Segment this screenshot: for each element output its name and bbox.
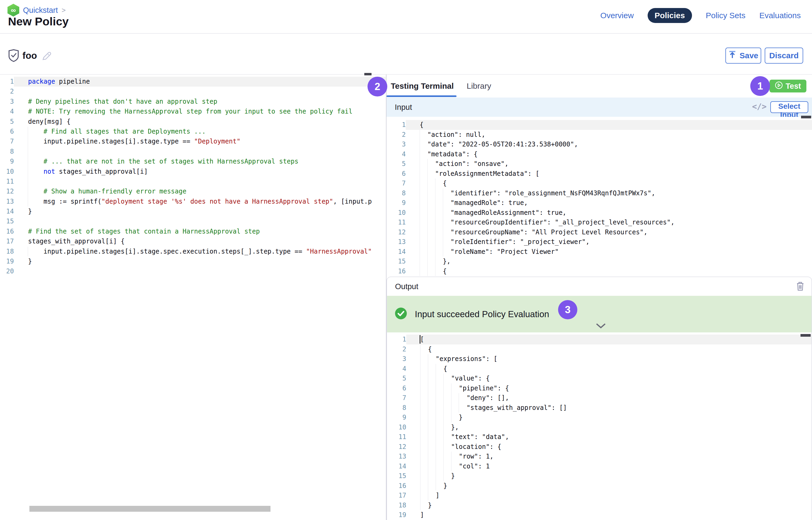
- code-line[interactable]: 15 },: [386, 257, 812, 266]
- code-line[interactable]: 16 {: [386, 266, 812, 276]
- code-line[interactable]: 10 "managedRoleAssignment": true,: [386, 208, 812, 218]
- code-line[interactable]: 18 input.pipeline.stages[i].stage.spec.e…: [0, 246, 386, 257]
- discard-button-label: Discard: [769, 51, 798, 60]
- nav-policies[interactable]: Policies: [648, 8, 692, 23]
- code-line[interactable]: 6 "roleAssignmentMetadata": [: [386, 169, 812, 179]
- code-line[interactable]: 15: [0, 216, 386, 226]
- code-line[interactable]: 5 "value": {: [387, 373, 811, 384]
- indent-guide: [443, 442, 444, 452]
- tutorial-step-2-badge: 2: [367, 77, 387, 97]
- line-number: 5: [0, 117, 14, 127]
- code-line[interactable]: 7 {: [386, 179, 812, 188]
- code-line[interactable]: 8 "identifier": "role_assignment_NsFQM43…: [386, 188, 812, 198]
- code-line[interactable]: 16 }: [387, 481, 811, 491]
- indent-guide: [427, 179, 428, 188]
- input-json-editor[interactable]: 1{2 "action": null,3 "date": "2022-05-05…: [386, 117, 812, 277]
- code-line[interactable]: 17 ]: [387, 491, 811, 500]
- code-line[interactable]: 1{: [386, 120, 812, 130]
- code-line[interactable]: 13 msg := sprintf("deployment stage '%s'…: [0, 197, 386, 207]
- code-line[interactable]: 5deny[msg] {: [0, 117, 386, 127]
- nav-policy-sets[interactable]: Policy Sets: [706, 11, 745, 20]
- code-line[interactable]: 17stages_with_approval[i] {: [0, 236, 386, 246]
- code-line[interactable]: 3 "expressions": [: [387, 354, 811, 364]
- page-title: New Policy: [8, 15, 69, 28]
- line-number: 13: [0, 197, 14, 207]
- code-line[interactable]: 4 "metadata": {: [386, 149, 812, 159]
- output-json-editor[interactable]: 1[2 {3 "expressions": [4 {5 "value": {6 …: [387, 332, 811, 519]
- nav-evaluations[interactable]: Evaluations: [759, 11, 801, 20]
- code-line[interactable]: 11: [0, 177, 386, 186]
- code-line[interactable]: 11 "resourceGroupIdentifier": "_all_proj…: [386, 217, 812, 227]
- code-line[interactable]: 14 "col": 1: [387, 462, 811, 471]
- code-line[interactable]: 16# Find the set of stages that contain …: [0, 227, 386, 236]
- code-line[interactable]: 2 {: [387, 344, 811, 354]
- code-line[interactable]: 14}: [0, 207, 386, 216]
- code-brackets-icon[interactable]: </>: [752, 102, 766, 111]
- code-line[interactable]: 6 "pipeline": {: [387, 384, 811, 393]
- tab-testing-terminal[interactable]: Testing Terminal: [391, 81, 454, 90]
- breadcrumb: ∞ Quickstart >: [7, 4, 66, 17]
- indent-guide: [436, 403, 436, 413]
- indent-guide: [427, 266, 428, 276]
- nav-overview[interactable]: Overview: [600, 11, 634, 20]
- indent-guide: [451, 384, 452, 393]
- tab-library[interactable]: Library: [467, 81, 491, 90]
- code-line[interactable]: 5 "action": "onsave",: [386, 159, 812, 169]
- code-line[interactable]: 1package pipeline: [0, 77, 386, 86]
- code-line[interactable]: 2 "action": null,: [386, 130, 812, 140]
- indent-guide: [28, 167, 28, 177]
- line-number: 10: [387, 422, 406, 432]
- chevron-down-icon[interactable]: [595, 323, 606, 330]
- indent-guide: [443, 422, 444, 432]
- code-line[interactable]: 7 input.pipeline.stages[i].stage.type ==…: [0, 136, 386, 147]
- code-line[interactable]: 9 "managedRole": true,: [386, 198, 812, 208]
- indent-guide: [443, 471, 444, 481]
- code-line[interactable]: 12 "resourceGroupName": "All Project Lev…: [386, 227, 812, 237]
- code-line[interactable]: 14 "roleName": "Project Viewer": [386, 247, 812, 257]
- editor-horizontal-scrollbar[interactable]: [29, 506, 271, 512]
- code-line[interactable]: 10 },: [387, 422, 811, 432]
- code-line[interactable]: 19]: [387, 510, 811, 519]
- test-button[interactable]: Test: [769, 80, 806, 93]
- indent-guide: [436, 462, 436, 471]
- input-scrollbar-marker[interactable]: [801, 116, 811, 119]
- code-line[interactable]: 9 }: [387, 413, 811, 422]
- code-line[interactable]: 2: [0, 86, 386, 97]
- code-line[interactable]: 3 "date": "2022-05-05T20:41:23.538+0000"…: [386, 139, 812, 149]
- save-button[interactable]: Save: [726, 48, 761, 63]
- line-number: 12: [386, 227, 406, 237]
- select-input-button[interactable]: Select Input: [770, 101, 808, 113]
- code-line[interactable]: 6 # Find all stages that are Deployments…: [0, 127, 386, 136]
- code-line[interactable]: 8: [0, 147, 386, 157]
- code-line[interactable]: 12 "location": {: [387, 442, 811, 452]
- indent-guide: [420, 344, 421, 354]
- policy-code-editor[interactable]: 1package pipeline23# Deny pipelines that…: [0, 75, 386, 520]
- code-line[interactable]: 19}: [0, 257, 386, 266]
- code-line[interactable]: 3# Deny pipelines that don't have an app…: [0, 97, 386, 107]
- code-line[interactable]: 18 }: [387, 500, 811, 511]
- code-line[interactable]: 4 {: [387, 364, 811, 374]
- breadcrumb-link-quickstart[interactable]: Quickstart: [23, 6, 58, 15]
- code-line[interactable]: 20: [0, 266, 386, 276]
- code-line[interactable]: 10 not stages_with_approval[i]: [0, 167, 386, 177]
- indent-guide: [436, 413, 436, 422]
- indent-guide: [435, 208, 435, 218]
- code-line[interactable]: 9 # ... that are not in the set of stage…: [0, 157, 386, 166]
- code-line[interactable]: 7 "deny": [],: [387, 393, 811, 403]
- code-line[interactable]: 1[: [387, 335, 811, 344]
- indent-guide: [28, 177, 28, 186]
- indent-guide: [428, 393, 428, 403]
- discard-button[interactable]: Discard: [765, 48, 803, 63]
- code-line[interactable]: 15 }: [387, 471, 811, 481]
- output-scrollbar-marker[interactable]: [801, 334, 811, 337]
- code-line[interactable]: 4# NOTE: Try removing the HarnessApprova…: [0, 107, 386, 116]
- trash-icon[interactable]: [796, 281, 805, 293]
- indent-guide: [428, 481, 428, 491]
- code-line[interactable]: 13 "row": 1,: [387, 451, 811, 462]
- edit-pencil-icon[interactable]: [41, 50, 52, 63]
- testing-tabs: Testing Terminal Library 2 1 Test: [386, 75, 812, 98]
- code-line[interactable]: 12 # Show a human-friendly error message: [0, 186, 386, 197]
- code-line[interactable]: 13 "roleIdentifier": "_project_viewer",: [386, 237, 812, 247]
- code-line[interactable]: 8 "stages_with_approval": []: [387, 403, 811, 413]
- code-line[interactable]: 11 "text": "data",: [387, 432, 811, 442]
